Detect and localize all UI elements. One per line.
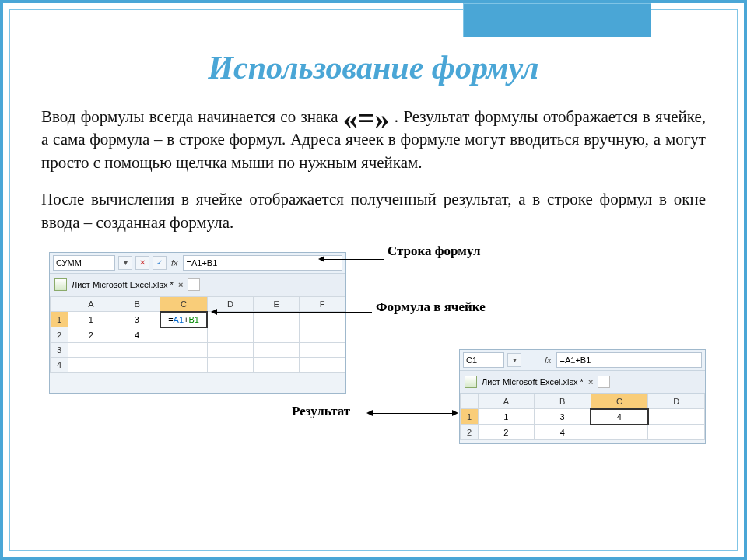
cell-A3[interactable] <box>68 342 114 357</box>
name-box-dropdown-icon-right[interactable]: ▾ <box>507 353 521 367</box>
tok-ref2: B1 <box>188 315 198 324</box>
cell-B3[interactable] <box>114 342 160 357</box>
formula-bar-value-right: =A1+B1 <box>560 355 591 365</box>
cell-A1-r[interactable]: 1 <box>479 409 535 425</box>
name-box-dropdown-icon[interactable]: ▾ <box>118 256 132 270</box>
cell-C2[interactable] <box>160 327 207 343</box>
cell-D2[interactable] <box>207 327 254 343</box>
workbook-tab-title[interactable]: Лист Microsoft Excel.xlsx * <box>72 280 174 289</box>
spreadsheet-grid-right[interactable]: A B C D 1 1 3 4 2 2 4 <box>460 394 705 440</box>
confirm-icon[interactable]: ✓ <box>153 256 167 270</box>
workbook-tab-row-right: Лист Microsoft Excel.xlsx * × <box>460 371 705 394</box>
excel-panel-result: C1 ▾ fx =A1+B1 Лист Microsoft Excel.xlsx… <box>459 349 706 444</box>
cell-F2[interactable] <box>300 327 345 343</box>
col-header-E[interactable]: E <box>254 296 300 312</box>
row-header-1-r[interactable]: 1 <box>461 409 479 425</box>
arrow-to-formula-bar <box>320 259 384 260</box>
arrow-to-cell-formula <box>212 312 372 313</box>
cell-E4[interactable] <box>254 357 300 372</box>
cell-C1-r[interactable]: 4 <box>591 409 648 425</box>
cell-B2[interactable]: 4 <box>114 327 160 343</box>
tok-ref1: A1 <box>174 315 184 324</box>
close-icon[interactable]: × <box>178 280 183 289</box>
cell-A4[interactable] <box>68 357 114 372</box>
cell-B1[interactable]: 3 <box>114 312 160 327</box>
annot-formula-bar: Строка формул <box>388 243 481 259</box>
cell-E1[interactable] <box>254 312 300 327</box>
annot-result: Результат <box>292 404 350 419</box>
cancel-icon[interactable]: ✕ <box>135 256 149 270</box>
name-box-value-right: C1 <box>466 355 477 365</box>
cell-C2-r[interactable] <box>591 425 648 440</box>
row-header-1[interactable]: 1 <box>51 312 68 327</box>
row-header-4[interactable]: 4 <box>51 357 68 372</box>
col-header-C-r[interactable]: C <box>591 394 648 409</box>
col-header-A[interactable]: A <box>68 296 114 312</box>
top-decor-tab <box>463 3 651 37</box>
cell-B2-r[interactable]: 4 <box>534 425 591 440</box>
cell-D1-r[interactable] <box>648 409 705 425</box>
page-title: Использование формул <box>41 49 706 86</box>
fx-icon[interactable]: fx <box>170 258 180 268</box>
cell-F3[interactable] <box>300 342 345 357</box>
cell-D2-r[interactable] <box>648 425 705 440</box>
cell-A2[interactable]: 2 <box>68 327 114 343</box>
col-header-B[interactable]: B <box>114 296 160 312</box>
paragraph-1: Ввод формулы всегда начинается со знака … <box>41 106 706 174</box>
row-header-2[interactable]: 2 <box>51 327 68 343</box>
workbook-icon <box>54 278 67 291</box>
cell-D3[interactable] <box>207 342 254 357</box>
row-header-2-r[interactable]: 2 <box>461 425 479 440</box>
cell-E2[interactable] <box>254 327 300 343</box>
cell-C1-active[interactable]: =A1+B1 <box>160 312 207 327</box>
name-box-value: СУММ <box>56 258 82 268</box>
corner-cell-r[interactable] <box>461 394 479 409</box>
slide: Использование формул Ввод формулы всегда… <box>0 0 747 560</box>
col-header-A-r[interactable]: A <box>479 394 535 409</box>
cell-A2-r[interactable]: 2 <box>479 425 535 440</box>
inner-frame: Использование формул Ввод формулы всегда… <box>9 9 738 551</box>
col-header-D-r[interactable]: D <box>648 394 705 409</box>
p1-part-a: Ввод формулы всегда начинается со знака <box>41 107 343 126</box>
formula-bar-row: СУММ ▾ ✕ ✓ fx =A1+B1 <box>50 253 345 274</box>
cell-E3[interactable] <box>254 342 300 357</box>
cell-C4[interactable] <box>160 357 207 372</box>
row-header-3[interactable]: 3 <box>51 342 68 357</box>
cell-B1-r[interactable]: 3 <box>534 409 591 425</box>
spreadsheet-grid-left[interactable]: A B C D E F 1 1 3 =A1+B1 <box>50 296 345 373</box>
name-box-right[interactable]: C1 <box>463 352 504 368</box>
workbook-tab-row: Лист Microsoft Excel.xlsx * × <box>50 274 345 296</box>
col-header-B-r[interactable]: B <box>534 394 591 409</box>
workbook-icon-right <box>465 376 477 388</box>
fx-icon-right[interactable]: fx <box>543 355 553 365</box>
cell-B4[interactable] <box>114 357 160 372</box>
close-icon-right[interactable]: × <box>588 377 593 387</box>
diagram-area: СУММ ▾ ✕ ✓ fx =A1+B1 Лист Microsoft Exce… <box>41 248 706 450</box>
excel-panel-editing: СУММ ▾ ✕ ✓ fx =A1+B1 Лист Microsoft Exce… <box>49 252 346 394</box>
new-sheet-icon[interactable] <box>188 278 200 291</box>
cell-F4[interactable] <box>300 357 345 372</box>
annot-formula-in-cell: Формула в ячейке <box>376 299 486 315</box>
cell-D4[interactable] <box>207 357 254 372</box>
cell-F1[interactable] <box>300 312 345 327</box>
col-header-F[interactable]: F <box>300 296 345 312</box>
cell-C3[interactable] <box>160 342 207 357</box>
new-sheet-icon-right[interactable] <box>598 376 610 388</box>
formula-bar-input-right[interactable]: =A1+B1 <box>556 352 702 368</box>
workbook-tab-title-right[interactable]: Лист Microsoft Excel.xlsx * <box>482 377 584 387</box>
paragraph-2: После вычисления в ячейке отображается п… <box>41 188 706 234</box>
formula-bar-value: =A1+B1 <box>187 258 218 268</box>
corner-cell[interactable] <box>51 296 68 312</box>
cell-A1[interactable]: 1 <box>68 312 114 327</box>
formula-bar-row-right: C1 ▾ fx =A1+B1 <box>460 350 705 371</box>
name-box[interactable]: СУММ <box>53 255 115 271</box>
arrow-to-result <box>368 413 454 414</box>
col-header-C[interactable]: C <box>160 296 207 312</box>
